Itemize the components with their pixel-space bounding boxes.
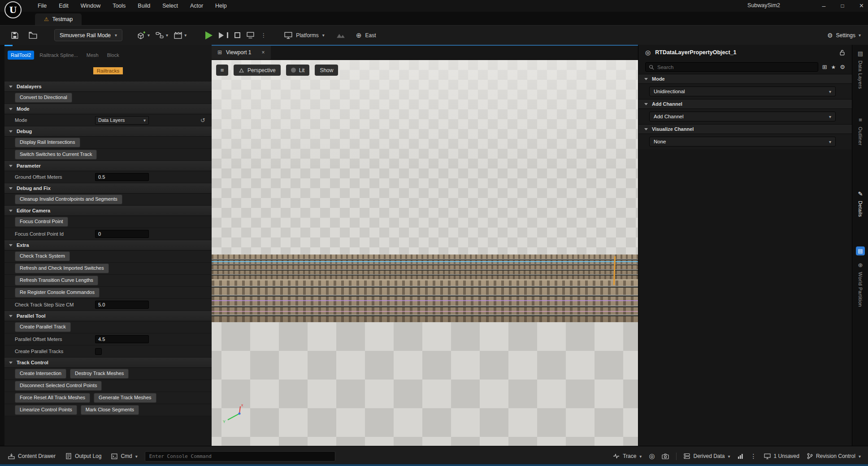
details-settings-gear-icon[interactable]: ⚙ xyxy=(840,64,845,70)
menu-edit[interactable]: Edit xyxy=(59,3,69,9)
maximize-button[interactable]: □ xyxy=(841,3,844,9)
focus-control-point-id-input[interactable] xyxy=(95,230,149,238)
section-mode[interactable]: Mode xyxy=(4,104,212,114)
unreal-logo-icon[interactable]: U xyxy=(4,1,22,18)
minimize-button[interactable]: – xyxy=(822,2,826,9)
menu-select[interactable]: Select xyxy=(162,3,178,9)
viewport-options-icon[interactable]: ≡ xyxy=(216,65,228,76)
reset-to-default-icon[interactable]: ↺ xyxy=(200,117,205,124)
mark-close-segments-button[interactable]: Mark Close Segments xyxy=(81,405,139,414)
cleanup-invalid-button[interactable]: Cleanup Invalid Controlpoints and Segmen… xyxy=(15,194,122,204)
menu-actor[interactable]: Actor xyxy=(190,3,203,9)
section-add-channel[interactable]: Add Channel xyxy=(638,99,852,109)
refresh-transition-curve-button[interactable]: Refresh Transition Curve Lengths xyxy=(15,276,98,285)
add-channel-dropdown[interactable]: Add Channel ▾ xyxy=(649,112,836,121)
section-detail-mode[interactable]: Mode xyxy=(638,74,852,84)
record-icon[interactable]: ◎ xyxy=(649,452,655,460)
tab-mesh[interactable]: Mesh xyxy=(83,51,102,60)
cinematics-button[interactable]: ▾ xyxy=(174,32,187,39)
tab-testmap[interactable]: ⚠ Testmap xyxy=(35,13,82,25)
menu-help[interactable]: Help xyxy=(215,3,227,9)
check-track-step-size-input[interactable] xyxy=(95,301,149,309)
screenshot-icon[interactable] xyxy=(662,453,669,459)
editor-mode-dropdown[interactable]: Simuverse Rail Mode ▾ xyxy=(54,29,122,41)
section-debug-and-fix[interactable]: Debug and Fix xyxy=(4,183,212,194)
section-parallel-tool[interactable]: Parallel Tool xyxy=(4,311,212,321)
refresh-imported-switches-button[interactable]: Refresh and Check Imported Switches xyxy=(15,263,109,273)
mode-dropdown[interactable]: Data Layers▾ xyxy=(95,116,149,125)
menu-window[interactable]: Window xyxy=(81,3,100,9)
platforms-dropdown[interactable]: Platforms ▾ xyxy=(284,32,325,39)
settings-dropdown[interactable]: ⚙ Settings ▾ xyxy=(827,32,861,39)
trace-dropdown[interactable]: Trace ▾ xyxy=(613,453,642,459)
cmd-dropdown[interactable]: Cmd ▾ xyxy=(111,453,137,459)
content-drawer-button[interactable]: Content Drawer xyxy=(8,453,56,459)
create-parallel-tracks-checkbox[interactable] xyxy=(95,348,102,355)
lock-icon[interactable] xyxy=(839,49,845,56)
favorites-star-icon[interactable]: ★ xyxy=(831,64,836,70)
lit-dropdown[interactable]: Lit xyxy=(286,65,310,76)
focus-control-point-button[interactable]: Focus Control Point xyxy=(15,217,68,226)
stats-chart-icon[interactable] xyxy=(738,453,743,459)
mode-value-dropdown[interactable]: Unidirectional ▾ xyxy=(649,86,836,96)
search-box[interactable] xyxy=(645,62,818,72)
generate-track-meshes-button[interactable]: Generate Track Meshes xyxy=(94,393,156,402)
ground-offset-input[interactable] xyxy=(95,173,149,181)
section-parameter[interactable]: Parameter xyxy=(4,161,212,171)
visualize-channel-dropdown[interactable]: None ▾ xyxy=(649,137,836,147)
section-extra[interactable]: Extra xyxy=(4,240,212,250)
tab-railtrack-spline[interactable]: Railtrack Spline... xyxy=(36,51,81,60)
revision-control-dropdown[interactable]: Revision Control ▾ xyxy=(807,453,861,459)
play-options-kebab-icon[interactable]: ⋮ xyxy=(260,32,266,39)
unsaved-indicator[interactable]: 1 Unsaved xyxy=(764,453,799,459)
section-track-control[interactable]: Track Control xyxy=(4,358,212,368)
add-actor-button[interactable]: ▾ xyxy=(137,31,150,39)
create-parallel-track-button[interactable]: Create Parallel Track xyxy=(15,322,71,332)
section-visualize-channel[interactable]: Visualize Channel xyxy=(638,124,852,134)
section-debug[interactable]: Debug xyxy=(4,126,212,137)
tab-railtool2[interactable]: RailTool2 xyxy=(8,51,34,60)
display-rail-intersections-button[interactable]: Display Rail Intersections xyxy=(15,138,80,147)
launch-button[interactable] xyxy=(247,32,254,39)
play-button[interactable] xyxy=(205,31,213,39)
reregister-console-commandos-button[interactable]: Re Register Console Commandos xyxy=(15,288,100,297)
sidebar-tab-details[interactable]: ✎ Details xyxy=(852,190,868,217)
menu-file[interactable]: File xyxy=(38,3,47,9)
tab-block[interactable]: Block xyxy=(104,51,122,60)
content-browser-icon[interactable] xyxy=(29,31,37,39)
show-dropdown[interactable]: Show xyxy=(315,65,338,76)
stop-button[interactable] xyxy=(234,32,240,38)
sidebar-tab-world-partition[interactable]: ⊕ World Partition xyxy=(852,262,868,307)
parallel-offset-input[interactable] xyxy=(95,335,149,343)
create-intersection-button[interactable]: Create Intersection xyxy=(15,369,66,378)
force-reset-meshes-button[interactable]: Force Reset All Track Meshes xyxy=(15,393,90,402)
convert-to-directional-button[interactable]: Convert to Directional xyxy=(15,93,72,102)
console-input[interactable] xyxy=(149,453,331,459)
sidebar-tab-highlighted[interactable]: ▤ xyxy=(852,246,868,255)
display-filter-icon[interactable]: ⊞ xyxy=(822,64,827,70)
switch-switches-button[interactable]: Switch Switches to Current Track xyxy=(15,150,97,159)
skip-button[interactable] xyxy=(219,32,228,39)
more-options-kebab-icon[interactable]: ⋮ xyxy=(751,453,757,460)
output-log-button[interactable]: Output Log xyxy=(65,453,101,459)
blueprints-button[interactable]: ▾ xyxy=(156,31,168,39)
close-tab-icon[interactable]: × xyxy=(262,49,265,56)
search-input[interactable] xyxy=(657,65,815,70)
close-button[interactable]: × xyxy=(859,2,864,10)
viewport-canvas[interactable]: ≡ Perspective Lit Show x Y xyxy=(212,60,638,446)
tab-viewport-1[interactable]: ⊞ Viewport 1 × xyxy=(212,46,271,59)
linearize-control-points-button[interactable]: Linearize Control Points xyxy=(15,405,77,414)
disconnect-selected-button[interactable]: Disconnect Selected Control Points xyxy=(15,381,102,390)
check-track-system-button[interactable]: Check Track System xyxy=(15,251,70,261)
landscape-icon[interactable] xyxy=(336,32,345,39)
section-editor-camera[interactable]: Editor Camera xyxy=(4,206,212,216)
section-datalayers[interactable]: Datalayers xyxy=(4,82,212,92)
sidebar-tab-outliner[interactable]: ≡ Outliner xyxy=(852,116,868,146)
perspective-dropdown[interactable]: Perspective xyxy=(234,65,281,76)
console-input-box[interactable] xyxy=(145,451,335,462)
destroy-track-meshes-button[interactable]: Destroy Track Meshes xyxy=(70,369,129,378)
derived-data-dropdown[interactable]: Derived Data ▾ xyxy=(684,453,730,459)
sidebar-tab-data-layers[interactable]: ▤ Data Layers xyxy=(852,50,868,89)
save-icon[interactable] xyxy=(11,31,19,39)
menu-build[interactable]: Build xyxy=(138,3,150,9)
